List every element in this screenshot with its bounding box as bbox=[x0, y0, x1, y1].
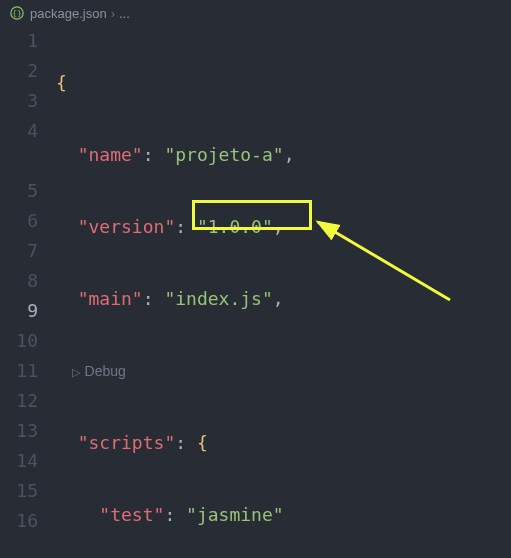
code-line[interactable]: "version": "1.0.0", bbox=[56, 212, 511, 242]
line-number: 8 bbox=[0, 266, 38, 296]
line-number: 16 bbox=[0, 506, 38, 536]
line-number: 10 bbox=[0, 326, 38, 356]
line-number-gutter: 1 2 3 4 5 6 7 8 9 10 11 12 13 14 15 16 bbox=[0, 26, 56, 558]
json-file-icon: {} bbox=[10, 6, 24, 20]
play-icon: ▷ bbox=[72, 366, 80, 378]
line-number: 11 bbox=[0, 356, 38, 386]
code-line[interactable]: "scripts": { bbox=[56, 428, 511, 458]
code-editor[interactable]: 1 2 3 4 5 6 7 8 9 10 11 12 13 14 15 16 {… bbox=[0, 26, 511, 558]
breadcrumb-file[interactable]: package.json bbox=[30, 6, 107, 21]
code-line[interactable]: "main": "index.js", bbox=[56, 284, 511, 314]
code-line[interactable]: "test": "jasmine" bbox=[56, 500, 511, 530]
line-number: 14 bbox=[0, 446, 38, 476]
codelens-gutter bbox=[0, 146, 38, 176]
line-number: 3 bbox=[0, 86, 38, 116]
breadcrumb[interactable]: {} package.json › ... bbox=[0, 0, 511, 26]
line-number: 2 bbox=[0, 56, 38, 86]
breadcrumb-more[interactable]: ... bbox=[119, 6, 130, 21]
code-line[interactable]: "name": "projeto-a", bbox=[56, 140, 511, 170]
line-number: 13 bbox=[0, 416, 38, 446]
svg-text:{}: {} bbox=[12, 9, 21, 18]
code-line[interactable]: { bbox=[56, 68, 511, 98]
breadcrumb-separator: › bbox=[111, 6, 115, 21]
line-number: 5 bbox=[0, 176, 38, 206]
line-number: 7 bbox=[0, 236, 38, 266]
code-area[interactable]: { "name": "projeto-a", "version": "1.0.0… bbox=[56, 26, 511, 558]
codelens-debug[interactable]: ▷Debug bbox=[56, 356, 511, 386]
line-number: 15 bbox=[0, 476, 38, 506]
line-number: 12 bbox=[0, 386, 38, 416]
line-number: 4 bbox=[0, 116, 38, 146]
line-number: 9 bbox=[0, 296, 38, 326]
line-number: 1 bbox=[0, 26, 38, 56]
line-number: 6 bbox=[0, 206, 38, 236]
